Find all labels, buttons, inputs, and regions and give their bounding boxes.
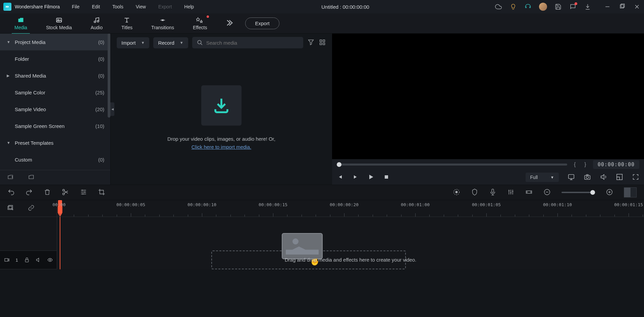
lightbulb-icon[interactable]	[509, 3, 517, 10]
search-icon	[197, 40, 203, 46]
messages-icon[interactable]	[569, 3, 577, 10]
mute-icon[interactable]	[36, 257, 41, 263]
undo-icon[interactable]	[7, 188, 15, 197]
title-bar: Wondershare Filmora File Edit Tools View…	[0, 0, 644, 13]
adjust-icon[interactable]	[80, 188, 87, 197]
sidebar-item-sample-color[interactable]: Sample Color(25)	[0, 84, 110, 101]
save-icon[interactable]	[554, 3, 562, 10]
prev-frame-button[interactable]	[337, 174, 343, 181]
svg-rect-24	[5, 259, 8, 261]
playhead-line[interactable]	[60, 217, 60, 269]
headset-icon[interactable]	[524, 3, 532, 10]
track-add-icon[interactable]	[7, 205, 14, 212]
svg-rect-0	[620, 5, 624, 8]
chevron-down-icon: ▼	[550, 175, 554, 179]
menu-help[interactable]: Help	[182, 3, 196, 11]
import-dropdown[interactable]: Import▼	[117, 37, 149, 48]
menu-tools[interactable]: Tools	[110, 3, 125, 11]
sidebar-item-shared-media[interactable]: ▶Shared Media(0)	[0, 67, 110, 84]
render-icon[interactable]	[453, 188, 460, 197]
snapshot-icon[interactable]	[584, 173, 591, 182]
menu-file[interactable]: File	[70, 3, 82, 11]
fullscreen-icon[interactable]	[632, 173, 639, 182]
zoom-in-icon[interactable]	[606, 188, 613, 197]
search-input[interactable]	[206, 40, 299, 46]
sidebar-item-sample-video[interactable]: Sample Video(20)	[0, 101, 110, 118]
svg-rect-6	[323, 40, 325, 42]
folder-icon[interactable]	[28, 174, 35, 181]
sidebar-item-project-media[interactable]: ▼Project Media(0)	[0, 34, 110, 50]
menu-export[interactable]: Export	[156, 3, 174, 11]
media-drop-zone[interactable]: Drop your video clips, images, or audio …	[111, 52, 332, 185]
sidebar-item-preset-templates[interactable]: ▼Preset Templates	[0, 134, 110, 151]
quality-dropdown[interactable]: Full▼	[526, 173, 559, 182]
close-button[interactable]	[633, 3, 641, 10]
tab-audio[interactable]: Audio	[81, 15, 112, 32]
minimize-button[interactable]	[604, 3, 611, 10]
grid-view-icon[interactable]	[319, 39, 326, 47]
preview-canvas[interactable]	[332, 34, 644, 159]
lock-icon[interactable]	[24, 257, 30, 263]
link-icon[interactable]	[28, 205, 35, 212]
mark-in-button[interactable]: {	[572, 162, 578, 168]
zoom-slider[interactable]	[561, 192, 595, 193]
svg-rect-1	[621, 4, 625, 7]
export-button[interactable]: Export	[245, 17, 279, 29]
layout-icon[interactable]	[616, 173, 623, 182]
timeline-hint-text: Drag and drop media and effects here to …	[285, 257, 416, 263]
sidebar-item-folder[interactable]: Folder(0)	[0, 50, 110, 67]
svg-rect-22	[8, 206, 12, 210]
redo-icon[interactable]	[25, 188, 33, 197]
fit-icon[interactable]	[525, 188, 533, 197]
record-dropdown[interactable]: Record▼	[153, 37, 188, 48]
user-avatar[interactable]	[539, 3, 547, 11]
menu-view[interactable]: View	[134, 3, 148, 11]
timeline-ruler[interactable]: 00:00 00:00:00:05 00:00:00:10 00:00:00:1…	[57, 200, 644, 217]
tab-titles[interactable]: Titles	[112, 15, 142, 32]
maximize-button[interactable]	[619, 3, 626, 10]
voiceover-icon[interactable]	[489, 188, 496, 197]
next-frame-button[interactable]	[352, 174, 359, 181]
svg-point-4	[198, 40, 201, 44]
import-drop-icon[interactable]	[201, 85, 241, 126]
volume-icon[interactable]	[600, 173, 607, 182]
visibility-icon[interactable]	[47, 257, 53, 263]
tab-effects[interactable]: Effects	[183, 15, 217, 32]
split-icon[interactable]	[62, 188, 69, 197]
media-panel: ◀ Import▼ Record▼ Drop your video clips,…	[111, 34, 332, 185]
svg-rect-5	[320, 40, 322, 42]
import-link[interactable]: Click here to import media.	[192, 144, 251, 150]
svg-point-26	[49, 259, 51, 261]
tab-media[interactable]: Media	[5, 15, 37, 32]
menu-edit[interactable]: Edit	[90, 3, 102, 11]
crop-icon[interactable]	[98, 188, 105, 197]
sidebar-item-sample-green[interactable]: Sample Green Screen(10)	[0, 118, 110, 134]
svg-rect-18	[492, 189, 494, 192]
tabs-more-icon[interactable]	[226, 18, 235, 28]
media-sidebar: ▼Project Media(0) Folder(0) ▶Shared Medi…	[0, 34, 111, 185]
search-media-box[interactable]	[192, 37, 303, 48]
new-folder-icon[interactable]	[7, 174, 14, 181]
svg-rect-23	[9, 206, 13, 209]
download-icon[interactable]	[584, 3, 591, 10]
sidebar-item-custom[interactable]: Custom(0)	[0, 151, 110, 168]
timeline-track-area[interactable]: ✊ Drag and drop media and effects here t…	[57, 217, 644, 269]
mark-out-button[interactable]: }	[582, 162, 588, 168]
collapse-sidebar-icon[interactable]: ◀	[110, 102, 114, 116]
marker-icon[interactable]	[471, 188, 478, 197]
sidebar-scrollbar[interactable]	[108, 34, 110, 118]
play-button[interactable]	[368, 174, 374, 181]
video-track-header[interactable]: 1	[0, 251, 57, 269]
display-icon[interactable]	[568, 173, 575, 182]
dragged-clip-ghost[interactable]	[282, 233, 323, 259]
tab-transitions[interactable]: Transitions	[142, 15, 183, 32]
zoom-out-icon[interactable]	[543, 188, 551, 197]
tab-stock-media[interactable]: Stock Media	[37, 15, 81, 32]
audio-mixer-icon[interactable]	[507, 188, 515, 197]
preview-scrubber[interactable]	[337, 164, 567, 166]
cloud-icon[interactable]	[495, 3, 502, 10]
zoom-fit-icon[interactable]	[624, 187, 637, 197]
filter-icon[interactable]	[307, 39, 315, 47]
delete-icon[interactable]	[44, 188, 51, 197]
stop-button[interactable]	[383, 174, 390, 181]
